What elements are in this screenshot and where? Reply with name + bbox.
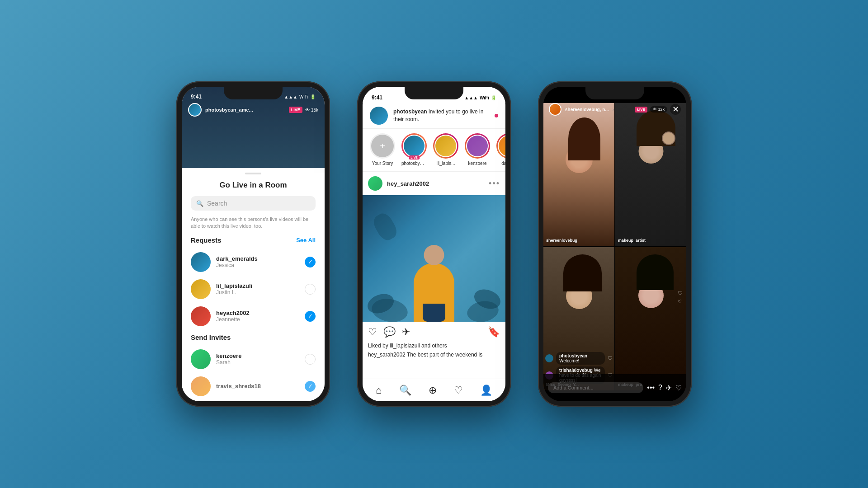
request-sub-2: Justin L. — [216, 289, 299, 296]
check-1[interactable]: ✓ — [305, 257, 316, 267]
request-info-1: dark_emeralds Jessica — [216, 255, 299, 268]
cell-username-2: makeup_artist — [618, 238, 646, 243]
feed-actions: ♡ 💬 ✈ 🔖 — [363, 322, 505, 343]
see-all-link[interactable]: See All — [296, 237, 316, 244]
invite-name-1: kenzoere — [216, 352, 299, 359]
stories-row: + Your Story LIVE photosbyean — [363, 129, 505, 172]
comment-icon[interactable]: 💬 — [383, 326, 396, 338]
comment-input[interactable] — [548, 382, 643, 393]
check-3[interactable]: ✓ — [305, 311, 316, 322]
invite-avatar-2 — [191, 376, 211, 396]
request-avatar-1 — [191, 252, 211, 272]
story-ring-live: LIVE — [401, 133, 427, 159]
go-live-sheet: Go Live in a Room 🔍 Search Anyone who ca… — [182, 181, 325, 401]
heart-icon[interactable]: ♡ — [675, 384, 682, 392]
requests-header: Requests See All — [191, 236, 316, 244]
story-kenzoere[interactable]: kenzoere — [465, 133, 490, 166]
story-your-story[interactable]: + Your Story — [370, 133, 395, 166]
status-time-2: 9:41 — [372, 94, 382, 101]
phone-3-screen: shereenlovebug, n... › LIVE 👁 12k ✕ — [543, 87, 686, 401]
notch-2 — [405, 87, 463, 99]
story-lil-lapis[interactable]: lil_lapis... — [433, 133, 458, 166]
live-viewers-3: 👁 12k — [650, 106, 667, 113]
phone-2-screen: 9:41 ▲▲▲WiFi🔋 photosbyean invited you to… — [363, 87, 505, 401]
check-2[interactable] — [305, 284, 316, 295]
request-row-2: lil_lapislazuli Justin L. — [191, 276, 316, 303]
request-row-3: heyach2002 Jeannette ✓ — [191, 303, 316, 330]
story-photosbyean[interactable]: LIVE photosbyean — [401, 133, 427, 166]
cell-overlay-1: shereenlovebug — [543, 233, 614, 246]
more-icon[interactable]: ••• — [647, 384, 655, 392]
live-host-name: photosbyean_ame... — [205, 107, 253, 113]
feed-username: hey_sarah2002 — [387, 180, 429, 187]
share-icon[interactable]: ✈ — [402, 326, 410, 338]
ig-nav: ⌂ 🔍 ⊕ ♡ 👤 — [363, 379, 505, 401]
story-label-3: kenzoere — [468, 161, 486, 166]
invite-avatar-1 — [191, 349, 211, 369]
phone-3: shereenlovebug, n... › LIVE 👁 12k ✕ — [538, 81, 692, 407]
invite-name-2: travis_shreds18 — [216, 383, 299, 389]
nav-home[interactable]: ⌂ — [376, 385, 382, 396]
live-grid: shereenlovebug makeup_artist — [543, 103, 686, 390]
nav-heart[interactable]: ♡ — [454, 385, 463, 396]
question-icon[interactable]: ? — [658, 384, 662, 392]
live-chevron: › — [613, 107, 614, 112]
live-close-button[interactable]: ✕ — [670, 104, 681, 115]
live-host-avatar-3 — [549, 103, 561, 116]
invite-check-2[interactable]: ✓ — [305, 381, 316, 392]
request-row-1: dark_emeralds Jessica ✓ — [191, 249, 316, 276]
request-info-3: heyach2002 Jeannette — [216, 310, 299, 323]
live-badge-3: LIVE — [635, 107, 647, 113]
feed-likes: Liked by lil_lapislazuli and others — [363, 343, 505, 352]
story-ring-4 — [496, 133, 505, 159]
grid-cell-1: shereenlovebug — [543, 103, 614, 246]
chat-msg-1: photosbyean Welcome! ♡ — [545, 352, 613, 365]
notif-text: photosbyean invited you to go live in th… — [393, 108, 489, 123]
live-badge-1: LIVE — [289, 107, 302, 113]
nav-search[interactable]: 🔍 — [399, 385, 411, 396]
story-ring-3 — [465, 133, 490, 159]
live-bottom-bar: ••• ? ✈ ♡ — [543, 374, 686, 401]
nav-profile[interactable]: 👤 — [480, 385, 492, 396]
request-info-2: lil_lapislazuli Justin L. — [216, 282, 299, 296]
feed-post-header: hey_sarah2002 ••• — [363, 172, 505, 195]
invite-info-1: kenzoere Sarah — [216, 352, 299, 366]
requests-title: Requests — [191, 236, 222, 244]
feed-user-avatar — [368, 176, 382, 191]
send-invites-header: Send Invites — [191, 333, 316, 341]
live-badges-3: LIVE 👁 12k ✕ — [635, 104, 681, 115]
invite-row-2: travis_shreds18 ✓ — [191, 373, 316, 400]
chat-heart-1: ♡ — [608, 355, 613, 361]
send-icon[interactable]: ✈ — [666, 384, 672, 392]
live-viewers-1: 👁 15k — [305, 108, 318, 113]
invite-sub-1: Sarah — [216, 359, 299, 366]
live-top-bar: photosbyean_ame... LIVE 👁 15k — [182, 103, 325, 117]
story-dark[interactable]: dark_... — [496, 133, 505, 166]
search-box[interactable]: 🔍 Search — [191, 196, 316, 211]
request-sub-3: Jeannette — [216, 316, 299, 323]
request-avatar-3 — [191, 306, 211, 326]
notif-avatar — [370, 107, 388, 125]
feed-post: hey_sarah2002 ••• — [363, 172, 505, 361]
nav-add[interactable]: ⊕ — [429, 385, 437, 396]
like-icon[interactable]: ♡ — [368, 326, 377, 338]
feed-post-image — [363, 195, 505, 322]
story-label-0: Your Story — [372, 161, 393, 166]
grid-cell-3: photosbyean Welcome! ♡ trishalalovebug — [543, 247, 614, 390]
request-avatar-2 — [191, 279, 211, 299]
save-icon[interactable]: 🔖 — [488, 326, 500, 338]
feed-more-button[interactable]: ••• — [489, 179, 500, 188]
request-sub-1: Jessica — [216, 262, 299, 268]
status-icons-1: ▲▲▲WiFi🔋 — [284, 94, 316, 99]
phone-2: 9:41 ▲▲▲WiFi🔋 photosbyean invited you to… — [357, 81, 511, 407]
story-ring-add: + — [370, 133, 395, 159]
grid-cell-2: makeup_artist — [615, 103, 686, 246]
invite-check-1[interactable] — [305, 354, 316, 365]
sheet-title: Go Live in a Room — [191, 181, 316, 190]
feed-caption: hey_sarah2002 The best part of the weeke… — [363, 352, 505, 361]
notif-dot — [495, 114, 498, 117]
status-icons-2: ▲▲▲WiFi🔋 — [464, 95, 496, 100]
notch-1 — [224, 87, 283, 99]
invite-row-1: kenzoere Sarah — [191, 346, 316, 373]
sheet-handle — [245, 173, 261, 174]
